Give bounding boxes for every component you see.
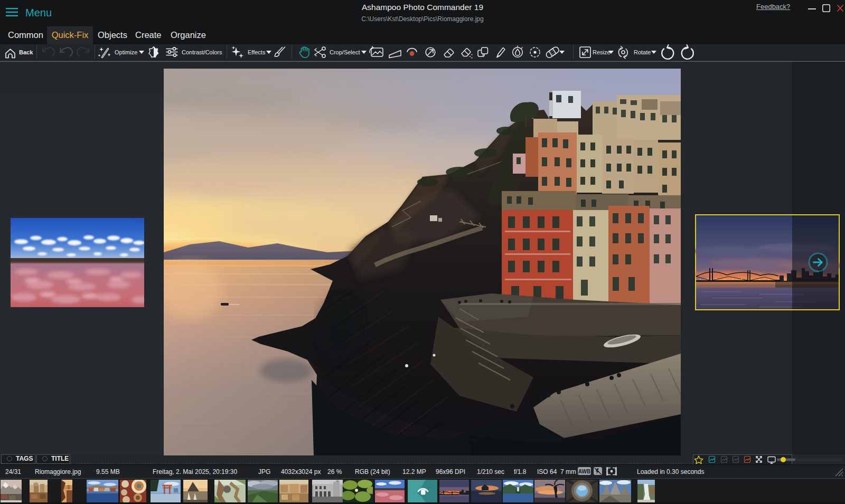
svg-text:AWB: AWB [578, 469, 590, 474]
